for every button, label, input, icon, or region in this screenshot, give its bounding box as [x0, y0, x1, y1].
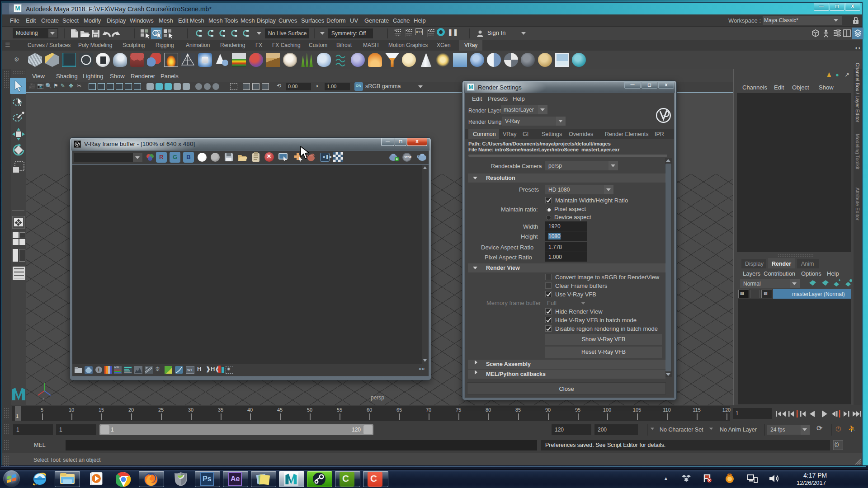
- svg-text:x: x: [42, 396, 45, 401]
